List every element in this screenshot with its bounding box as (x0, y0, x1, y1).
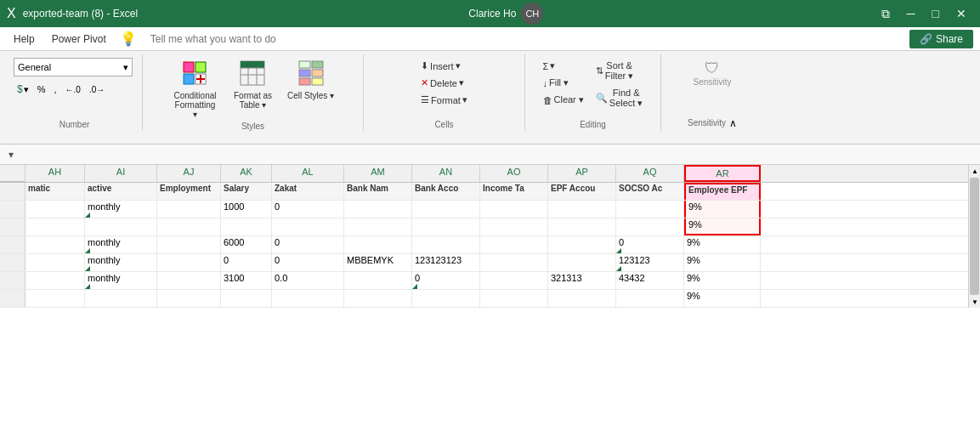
cell-AR-header[interactable]: Employee EPF (684, 183, 761, 200)
conditional-formatting-button[interactable]: ConditionalFormatting ▾ (166, 58, 224, 122)
cell-AQ-4[interactable]: 123123 (616, 254, 684, 271)
collapse-icon[interactable]: ∧ (729, 117, 737, 129)
col-header-AP[interactable]: AP (548, 165, 616, 182)
decrease-decimal-button[interactable]: ←.0 (62, 83, 84, 96)
close-button[interactable]: ✕ (949, 5, 973, 22)
format-as-table-button[interactable]: Format asTable ▾ (228, 58, 278, 112)
cell-AN-3[interactable] (412, 236, 480, 253)
col-header-AJ[interactable]: AJ (157, 165, 221, 182)
cell-AJ-3[interactable] (157, 236, 221, 253)
cell-AO-5[interactable] (480, 272, 548, 289)
cell-AN-4[interactable]: 123123123 (412, 254, 480, 271)
cell-AP-header[interactable]: EPF Accou (548, 183, 616, 200)
cell-AM-header[interactable]: Bank Nam (344, 183, 412, 200)
col-header-AH[interactable]: AH (25, 165, 85, 182)
number-format-dropdown[interactable]: General ▾ (14, 58, 133, 76)
cell-AJ-4[interactable] (157, 254, 221, 271)
col-header-AK[interactable]: AK (221, 165, 272, 182)
autosum-button[interactable]: Σ ▾ (539, 58, 588, 74)
cell-AO-3[interactable] (480, 236, 548, 253)
cell-AK-2[interactable] (221, 218, 272, 235)
cell-AH-6[interactable] (25, 290, 85, 307)
col-header-AO[interactable]: AO (480, 165, 548, 182)
cell-AJ-2[interactable] (157, 218, 221, 235)
insert-button[interactable]: ⬇ Insert ▾ (416, 58, 472, 74)
cell-AN-header[interactable]: Bank Acco (412, 183, 480, 200)
cell-AH-1[interactable] (25, 201, 85, 218)
cell-AH-2[interactable] (25, 218, 85, 235)
sort-filter-button[interactable]: ⇅ Sort &Filter ▾ (592, 58, 648, 84)
cell-AI-header[interactable]: active (85, 183, 157, 200)
find-select-button[interactable]: 🔍 Find &Select ▾ (592, 85, 648, 111)
cell-AI-6[interactable] (85, 290, 157, 307)
scroll-thumb[interactable] (970, 178, 979, 295)
format-button[interactable]: ☰ Format ▾ (416, 92, 472, 108)
accounting-format-button[interactable]: $▾ (14, 82, 32, 97)
sensitivity-button[interactable]: 🛡 Sensitivity (687, 58, 737, 89)
cell-AO-header[interactable]: Income Ta (480, 183, 548, 200)
cell-AN-1[interactable] (412, 201, 480, 218)
cell-AO-4[interactable] (480, 254, 548, 271)
cell-AP-1[interactable] (548, 201, 616, 218)
cell-styles-button[interactable]: Cell Styles ▾ (281, 58, 340, 103)
cell-AM-6[interactable] (344, 290, 412, 307)
cell-AP-6[interactable] (548, 290, 616, 307)
cell-AK-header[interactable]: Salary (221, 183, 272, 200)
cell-AL-header[interactable]: Zakat (272, 183, 344, 200)
cell-AM-5[interactable] (344, 272, 412, 289)
comma-button[interactable]: , (50, 82, 59, 96)
cell-AI-5[interactable]: monthly (85, 272, 157, 289)
cell-AL-4[interactable]: 0 (272, 254, 344, 271)
restore-button[interactable]: ⧉ (875, 5, 897, 23)
cell-AH-header[interactable]: matic (25, 183, 85, 200)
cell-AK-4[interactable]: 0 (221, 254, 272, 271)
col-header-AM[interactable]: AM (344, 165, 412, 182)
col-header-AR[interactable]: AR (684, 165, 761, 182)
cell-AQ-header[interactable]: SOCSO Ac (616, 183, 684, 200)
cell-AK-5[interactable]: 3100 (221, 272, 272, 289)
percent-button[interactable]: % (34, 82, 49, 96)
col-header-AN[interactable]: AN (412, 165, 480, 182)
cell-AL-5[interactable]: 0.0 (272, 272, 344, 289)
cell-AR-6[interactable]: 9% (684, 290, 761, 307)
delete-button[interactable]: ✕ Delete ▾ (416, 75, 472, 91)
cell-AR-2[interactable]: 9% (684, 218, 761, 235)
cell-AQ-2[interactable] (616, 218, 684, 235)
cell-AH-4[interactable] (25, 254, 85, 271)
cell-AO-2[interactable] (480, 218, 548, 235)
scroll-down-button[interactable]: ▼ (969, 296, 980, 308)
cell-AR-4[interactable]: 9% (684, 254, 761, 271)
cell-AJ-header[interactable]: Employment (157, 183, 221, 200)
cell-AI-4[interactable]: monthly (85, 254, 157, 271)
cell-AN-6[interactable] (412, 290, 480, 307)
cell-AJ-5[interactable] (157, 272, 221, 289)
cell-AI-1[interactable]: monthly (85, 201, 157, 218)
cell-AK-6[interactable] (221, 290, 272, 307)
cell-AR-5[interactable]: 9% (684, 272, 761, 289)
cell-AR-1[interactable]: 9% (684, 201, 761, 218)
cell-AP-3[interactable] (548, 236, 616, 253)
cell-AQ-5[interactable]: 43432 (616, 272, 684, 289)
cell-AP-4[interactable] (548, 254, 616, 271)
cell-AP-2[interactable] (548, 218, 616, 235)
col-header-AL[interactable]: AL (272, 165, 344, 182)
cell-AN-5[interactable]: 0 (412, 272, 480, 289)
cell-AQ-1[interactable] (616, 201, 684, 218)
cell-AN-2[interactable] (412, 218, 480, 235)
cell-AR-3[interactable]: 9% (684, 236, 761, 253)
fill-button[interactable]: ↓ Fill ▾ (539, 75, 588, 91)
menu-power-pivot[interactable]: Power Pivot (45, 30, 113, 48)
cell-AH-5[interactable] (25, 272, 85, 289)
tell-me-box[interactable] (150, 33, 320, 45)
cell-AL-1[interactable]: 0 (272, 201, 344, 218)
cell-AM-4[interactable]: MBBEMYK (344, 254, 412, 271)
cell-AO-6[interactable] (480, 290, 548, 307)
cell-AI-3[interactable]: monthly (85, 236, 157, 253)
cell-AO-1[interactable] (480, 201, 548, 218)
col-header-AI[interactable]: AI (85, 165, 157, 182)
maximize-button[interactable]: □ (926, 5, 946, 22)
cell-AM-2[interactable] (344, 218, 412, 235)
cell-AJ-6[interactable] (157, 290, 221, 307)
cell-AK-1[interactable]: 1000 (221, 201, 272, 218)
cell-AL-6[interactable] (272, 290, 344, 307)
